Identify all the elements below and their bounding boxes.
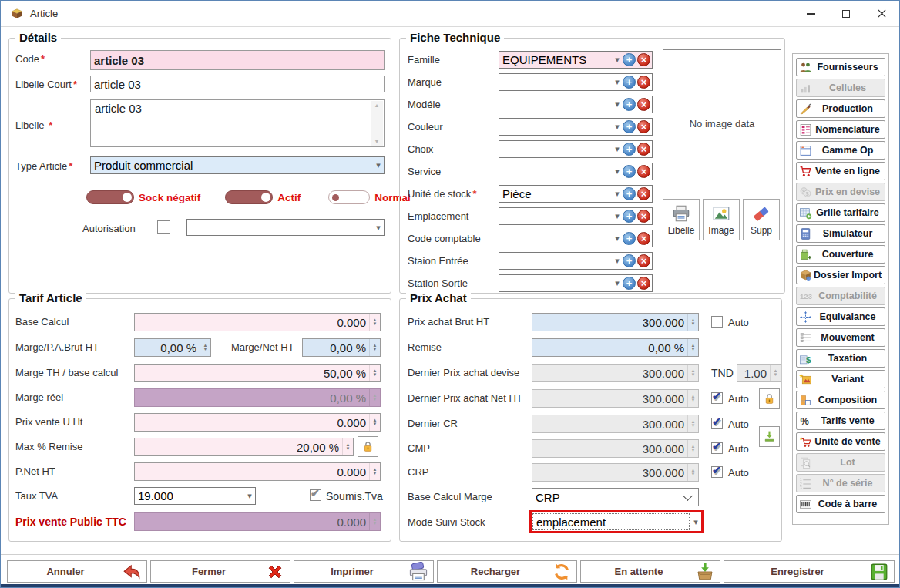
toggle-normal[interactable] [328, 190, 370, 204]
import-price-button[interactable] [759, 426, 780, 447]
code-comptable-select[interactable]: ▾+× [499, 230, 653, 247]
maximize-button[interactable] [828, 1, 864, 26]
choix-select[interactable]: ▾+× [499, 140, 653, 158]
clear-code-comptable-button[interactable]: × [637, 232, 650, 245]
auto-brut-checkbox[interactable] [711, 316, 723, 328]
clear-unite-de-stock-button[interactable]: × [637, 187, 650, 200]
add-emplacement-button[interactable]: + [623, 210, 636, 223]
base-calcul-input[interactable]: 0.000 [134, 313, 381, 331]
sidebar-button-simulateur[interactable]: Simulateur [796, 224, 885, 243]
mode-suivi-select[interactable]: emplacement ▾ [529, 510, 704, 533]
p-net-input[interactable]: 0.000 [134, 462, 381, 481]
prix-brut-input[interactable]: 300.000 [532, 313, 699, 331]
unite-de-stock-select[interactable]: Pièce▾+× [499, 185, 653, 203]
sidebar-button-composition[interactable]: Composition [796, 391, 885, 409]
add-famille-button[interactable]: + [623, 53, 636, 66]
add-marque-button[interactable]: + [623, 76, 636, 89]
annuler-button[interactable]: Annuler [7, 560, 147, 583]
minimize-button[interactable] [793, 1, 828, 26]
remise-input[interactable]: 0,00 % [532, 338, 699, 357]
add-code-comptable-button[interactable]: + [623, 232, 636, 245]
staion-entree-select[interactable]: ▾+× [499, 252, 653, 270]
sidebar-button-taxation[interactable]: $Taxation [796, 349, 885, 368]
clear-emplacement-button[interactable]: × [637, 210, 650, 223]
type-article-select[interactable]: Produit commercial ▾ [90, 156, 385, 174]
clear-marque-button[interactable]: × [637, 76, 650, 89]
add-service-button[interactable]: + [623, 165, 636, 178]
sidebar-button-gamme-op[interactable]: Gamme Op [796, 141, 885, 160]
marge-pa-brut-input[interactable]: 0,00 % [134, 338, 211, 357]
libelle-button[interactable]: Libelle [663, 199, 700, 240]
imprimer-button[interactable]: Imprimer [294, 560, 434, 583]
sidebar-button-dossier-import[interactable]: Dossier Import [796, 266, 885, 284]
recharger-button[interactable]: Recharger [437, 560, 577, 583]
marge-th-input[interactable]: 50,00 % [134, 364, 381, 382]
toggle-actif[interactable] [225, 190, 273, 204]
marge-net-input[interactable]: 0,00 % [302, 338, 381, 357]
autorisation-select[interactable]: ▾ [186, 219, 385, 236]
station-sortie-select[interactable]: ▾+× [499, 274, 653, 292]
sidebar-button-code-a-barre[interactable]: Code à barre [796, 495, 885, 513]
taux-tva-select[interactable]: 19.000 ▾ [134, 487, 256, 505]
couleur-select[interactable]: ▾+× [499, 118, 653, 136]
sidebar-button-vente-en-ligne[interactable]: Vente en ligne [796, 162, 885, 180]
clear-modele-button[interactable]: × [637, 98, 650, 111]
add-unite-de-stock-button[interactable]: + [623, 187, 636, 200]
image-button[interactable]: Image [703, 199, 740, 240]
libelle-court-input[interactable]: article 03 [90, 76, 385, 92]
auto-cr-checkbox[interactable] [711, 418, 723, 429]
emplacement-select[interactable]: ▾+× [499, 207, 653, 225]
clear-staion-entree-button[interactable]: × [637, 254, 650, 267]
lock-remise-button[interactable] [358, 436, 378, 457]
sidebar-button-variant[interactable]: ★Variant [796, 370, 885, 388]
toggle-sock-negatif[interactable] [86, 190, 134, 204]
libelle-textarea[interactable]: article 03 ▲▼ [90, 99, 385, 147]
base-calcul-marge-select[interactable]: CRP [532, 488, 699, 506]
spinner[interactable] [369, 414, 380, 431]
add-choix-button[interactable]: + [623, 143, 636, 156]
spinner[interactable] [369, 314, 380, 331]
code-input[interactable]: article 03 [90, 50, 385, 70]
spinner[interactable] [687, 339, 698, 356]
lock-prix-button[interactable] [759, 388, 780, 409]
en-attente-button[interactable]: En attente [580, 560, 720, 583]
marque-select[interactable]: ▾+× [499, 73, 653, 91]
spinner[interactable] [687, 314, 698, 331]
auto-cmp-checkbox[interactable] [711, 442, 723, 454]
clear-couleur-button[interactable]: × [637, 120, 650, 133]
sidebar-button-couverture[interactable]: Couverture [796, 245, 885, 264]
max-remise-input[interactable]: 20,00 % [134, 438, 354, 456]
soumis-tva-checkbox[interactable] [310, 489, 321, 501]
clear-choix-button[interactable]: × [637, 143, 650, 156]
sidebar-button-mouvement[interactable]: Mouvement [796, 328, 885, 347]
sidebar-button-nomenclature[interactable]: Nomenclature [796, 120, 885, 139]
clear-famille-button[interactable]: × [637, 53, 650, 66]
sidebar-button-fournisseurs[interactable]: Fournisseurs [796, 58, 885, 76]
sidebar-button-unite-de-vente[interactable]: ★Unité de vente [796, 432, 885, 451]
add-station-sortie-button[interactable]: + [623, 277, 636, 290]
spinner[interactable] [200, 339, 210, 356]
autorisation-checkbox[interactable] [157, 220, 170, 234]
auto-net-checkbox[interactable] [711, 392, 723, 404]
supp-button[interactable]: Supp [743, 199, 780, 240]
famille-select[interactable]: EQUIPEMENTS▾+× [499, 51, 653, 69]
sidebar-button-production[interactable]: Production [796, 99, 885, 118]
clear-service-button[interactable]: × [637, 165, 650, 178]
enregistrer-button[interactable]: Enregistrer [724, 560, 895, 583]
spinner[interactable] [369, 463, 380, 480]
prix-vente-u-input[interactable]: 0.000 [134, 413, 381, 432]
fermer-button[interactable]: Fermer [150, 560, 290, 583]
clear-station-sortie-button[interactable]: × [637, 277, 650, 290]
spinner[interactable] [369, 365, 380, 381]
close-button[interactable] [864, 1, 899, 26]
add-couleur-button[interactable]: + [623, 120, 636, 133]
add-staion-entree-button[interactable]: + [623, 254, 636, 267]
spinner[interactable] [342, 438, 353, 455]
sidebar-button-tarifs-vente[interactable]: %Tarifs vente [796, 412, 885, 430]
spinner[interactable] [369, 339, 380, 356]
service-select[interactable]: ▾+× [499, 163, 653, 180]
add-modele-button[interactable]: + [623, 98, 636, 111]
modele-select[interactable]: ▾+× [499, 96, 653, 113]
sidebar-button-equivalance[interactable]: Equivalance [796, 307, 885, 326]
auto-crp-checkbox[interactable] [711, 466, 723, 478]
